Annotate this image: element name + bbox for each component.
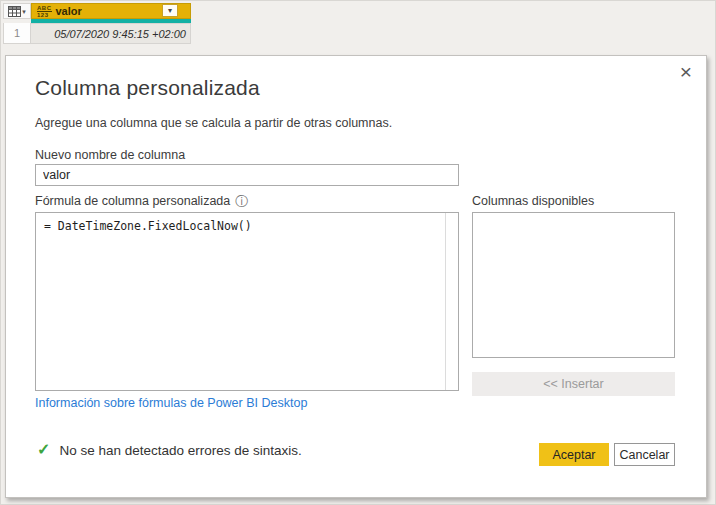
filter-chevron-icon: ▾ [168, 7, 172, 15]
table-menu-chevron-icon: ▾ [22, 8, 26, 15]
formula-editor[interactable]: = DateTimeZone.FixedLocalNow() [35, 212, 459, 391]
check-icon: ✓ [37, 442, 50, 458]
syntax-status-row: ✓ No se han detectado errores de sintaxi… [37, 442, 302, 458]
table-select-all-cell[interactable]: ▾ [3, 3, 31, 19]
available-columns-list[interactable] [472, 212, 675, 358]
formula-textarea[interactable]: = DateTimeZone.FixedLocalNow() [36, 213, 458, 390]
cancel-button[interactable]: Cancelar [614, 443, 675, 466]
close-button[interactable]: × [680, 58, 692, 85]
available-columns-label: Columnas disponibles [472, 194, 594, 208]
formula-label-row: Fórmula de columna personalizada ⓘ [35, 194, 248, 208]
row-number: 1 [3, 23, 31, 44]
page: ▾ ABC 123 valor ▾ 1 05/07/2020 9:45:15 +… [0, 0, 716, 505]
column-filter-button[interactable]: ▾ [162, 4, 178, 17]
custom-column-dialog: × Columna personalizada Agregue una colu… [5, 55, 707, 498]
dialog-subtitle: Agregue una columna que se calcula a par… [35, 116, 392, 130]
cell-value[interactable]: 05/07/2020 9:45:15 +02:00 [31, 23, 191, 44]
dialog-title: Columna personalizada [35, 76, 260, 100]
query-preview-table: ▾ ABC 123 valor ▾ 1 05/07/2020 9:45:15 +… [3, 3, 191, 44]
new-column-name-label: Nuevo nombre de columna [35, 148, 185, 162]
new-column-name-input[interactable] [35, 164, 459, 186]
syntax-status-text: No se han detectado errores de sintaxis. [59, 443, 301, 458]
formula-label: Fórmula de columna personalizada [35, 194, 230, 208]
formula-help-link[interactable]: Información sobre fórmulas de Power BI D… [35, 396, 307, 410]
formula-scrollbar[interactable] [445, 213, 446, 390]
insert-button[interactable]: << Insertar [472, 372, 675, 396]
column-type-abc123-icon: ABC 123 [37, 5, 52, 18]
accept-button[interactable]: Aceptar [539, 443, 609, 466]
column-name-label: valor [56, 5, 82, 17]
info-icon: ⓘ [235, 195, 248, 208]
table-icon [8, 6, 21, 17]
